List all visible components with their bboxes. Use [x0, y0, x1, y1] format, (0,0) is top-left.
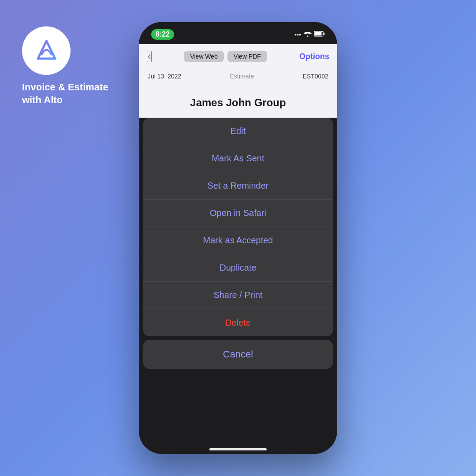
menu-item-mark-as-accepted[interactable]: Mark as Accepted — [143, 227, 333, 254]
header-bar: ‹ View Web View PDF Options — [139, 44, 337, 69]
menu-item-label-0: Edit — [231, 126, 245, 136]
cancel-label: Cancel — [223, 349, 253, 360]
document-header-area: James John Group — [139, 83, 337, 118]
branding-area: Invoice & Estimatewith Alto — [22, 26, 108, 106]
status-icons: ▪▪▪ — [294, 31, 325, 38]
menu-item-label-5: Duplicate — [219, 263, 256, 273]
document-type: Estimate — [230, 73, 254, 80]
menu-item-duplicate[interactable]: Duplicate — [143, 254, 333, 282]
document-number: EST0002 — [303, 73, 328, 80]
menu-item-edit[interactable]: Edit — [143, 118, 333, 145]
menu-item-label-4: Mark as Accepted — [203, 235, 273, 245]
cancel-section: Cancel — [143, 340, 333, 369]
app-logo — [22, 26, 71, 75]
svg-rect-2 — [324, 33, 325, 35]
menu-item-label-6: Share / Print — [213, 290, 262, 300]
menu-item-label-7: Delete — [225, 318, 251, 328]
menu-item-mark-as-sent[interactable]: Mark As Sent — [143, 145, 333, 172]
view-web-button[interactable]: View Web — [184, 51, 224, 62]
status-bar: 8:22 ▪▪▪ — [139, 22, 337, 44]
header-center-buttons: View Web View PDF — [184, 51, 267, 62]
svg-rect-1 — [315, 32, 322, 36]
cancel-button[interactable]: Cancel — [143, 340, 333, 369]
options-menu-container: EditMark As SentSet a ReminderOpen in Sa… — [139, 118, 337, 454]
menu-item-open-in-safari[interactable]: Open in Safari — [143, 200, 333, 227]
signal-icon: ▪▪▪ — [294, 31, 301, 38]
document-date: Jul 13, 2022 — [148, 73, 181, 80]
menu-item-share-/-print[interactable]: Share / Print — [143, 282, 333, 309]
phone-content: ‹ View Web View PDF Options Jul 13, 2022… — [139, 44, 337, 454]
document-info-bar: Jul 13, 2022 Estimate EST0002 — [139, 69, 337, 83]
options-button[interactable]: Options — [299, 52, 329, 61]
logo-svg — [32, 37, 61, 65]
brand-title: Invoice & Estimatewith Alto — [22, 81, 108, 106]
phone-frame: 8:22 ▪▪▪ ‹ View Web View PDF — [139, 22, 337, 454]
menu-item-label-2: Set a Reminder — [208, 181, 269, 191]
battery-icon — [314, 31, 325, 38]
back-button[interactable]: ‹ — [147, 51, 152, 62]
options-menu: EditMark As SentSet a ReminderOpen in Sa… — [143, 118, 333, 336]
view-pdf-button[interactable]: View PDF — [227, 51, 267, 62]
home-indicator — [209, 448, 267, 450]
status-time: 8:22 — [151, 29, 174, 40]
wifi-icon — [304, 31, 312, 38]
menu-item-set-a-reminder[interactable]: Set a Reminder — [143, 172, 333, 200]
menu-item-delete[interactable]: Delete — [143, 309, 333, 336]
menu-item-label-3: Open in Safari — [210, 208, 266, 218]
client-name: James John Group — [190, 97, 286, 109]
menu-item-label-1: Mark As Sent — [212, 153, 264, 164]
